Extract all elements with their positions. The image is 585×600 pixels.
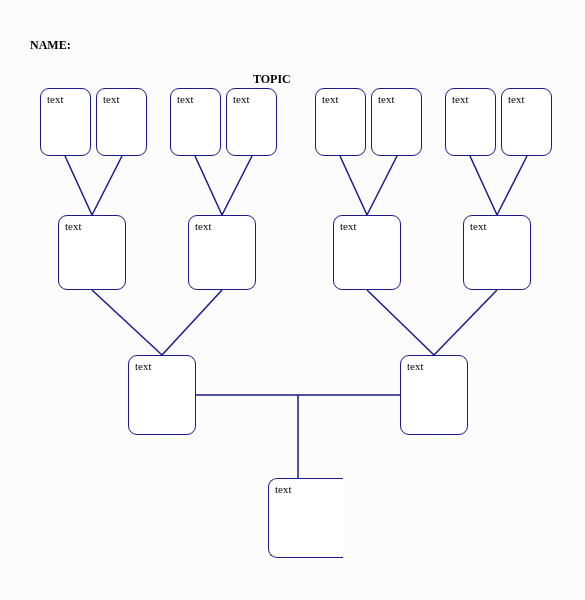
- node-text: text: [378, 93, 395, 105]
- node-r1c4: text: [226, 88, 277, 156]
- node-r1c5: text: [315, 88, 366, 156]
- node-text: text: [340, 220, 357, 232]
- svg-line-7: [497, 156, 527, 215]
- node-r1c1: text: [40, 88, 91, 156]
- node-text: text: [177, 93, 194, 105]
- svg-line-10: [367, 290, 434, 355]
- node-text: text: [47, 93, 64, 105]
- node-r3c2: text: [400, 355, 468, 435]
- node-text: text: [195, 220, 212, 232]
- svg-line-11: [434, 290, 497, 355]
- node-text: text: [452, 93, 469, 105]
- node-r1c2: text: [96, 88, 147, 156]
- svg-line-8: [92, 290, 162, 355]
- name-label: NAME:: [30, 38, 71, 53]
- topic-label: TOPIC: [253, 72, 291, 87]
- node-r2c3: text: [333, 215, 401, 290]
- node-r1c7: text: [445, 88, 496, 156]
- svg-line-1: [92, 156, 122, 215]
- node-text: text: [103, 93, 120, 105]
- node-r4c1: text: [268, 478, 343, 558]
- svg-line-4: [340, 156, 367, 215]
- svg-line-5: [367, 156, 397, 215]
- node-text: text: [322, 93, 339, 105]
- node-text: text: [407, 360, 424, 372]
- node-r1c8: text: [501, 88, 552, 156]
- node-r2c4: text: [463, 215, 531, 290]
- node-text: text: [508, 93, 525, 105]
- node-text: text: [233, 93, 250, 105]
- node-text: text: [470, 220, 487, 232]
- svg-line-3: [222, 156, 252, 215]
- svg-line-6: [470, 156, 497, 215]
- node-r1c3: text: [170, 88, 221, 156]
- node-text: text: [65, 220, 82, 232]
- svg-line-2: [195, 156, 222, 215]
- node-r2c1: text: [58, 215, 126, 290]
- svg-line-9: [162, 290, 222, 355]
- node-r1c6: text: [371, 88, 422, 156]
- node-text: text: [275, 483, 292, 495]
- node-r3c1: text: [128, 355, 196, 435]
- svg-line-0: [65, 156, 92, 215]
- node-text: text: [135, 360, 152, 372]
- node-r2c2: text: [188, 215, 256, 290]
